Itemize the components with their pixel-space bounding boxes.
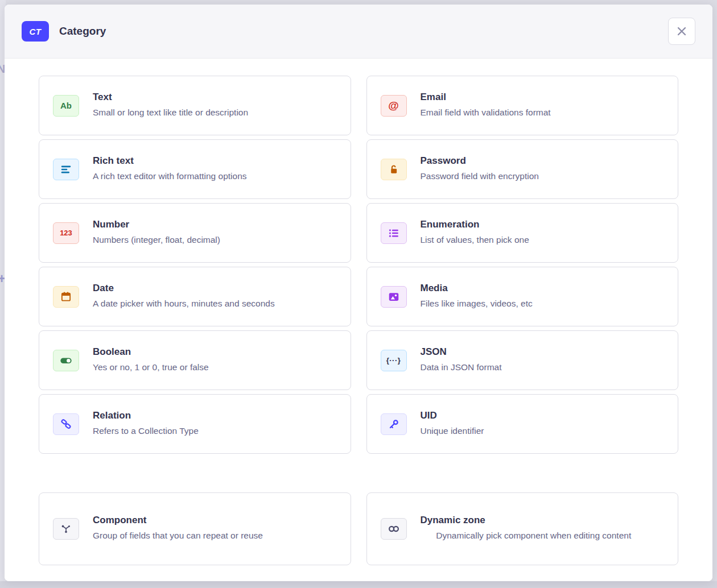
card-title: Component [93, 515, 337, 526]
card-description: List of values, then pick one [421, 233, 665, 247]
card-title: Enumeration [421, 219, 665, 230]
field-card-relation[interactable]: Relation Refers to a Collection Type [39, 394, 351, 454]
relation-icon [53, 413, 79, 435]
field-card-number[interactable]: 123 Number Numbers (integer, float, deci… [39, 203, 351, 263]
modal-title: Category [59, 25, 106, 38]
uid-icon [381, 413, 407, 435]
card-description: Files like images, videos, etc [421, 297, 665, 310]
page-background: N + CT Category Ab Text Small or [0, 0, 717, 588]
password-icon [381, 159, 407, 180]
card-description: Unique identifier [421, 424, 665, 438]
card-description: Yes or no, 1 or 0, true or false [93, 361, 337, 374]
card-title: Password [421, 155, 665, 167]
field-card-date[interactable]: Date A date picker with hours, minutes a… [39, 267, 351, 326]
card-description: Small or long text like title or descrip… [93, 106, 337, 119]
field-card-richtext[interactable]: Rich text A rich text editor with format… [39, 139, 351, 199]
card-title: Number [93, 219, 337, 230]
card-title: Dynamic zone [421, 515, 665, 526]
boolean-icon [53, 350, 79, 371]
close-icon [677, 26, 687, 36]
card-title: Text [93, 92, 337, 103]
card-title: Date [93, 283, 337, 294]
field-type-modal: CT Category Ab Text Small or long text l… [5, 5, 712, 581]
field-card-password[interactable]: Password Password field with encryption [366, 139, 679, 199]
card-description: Refers to a Collection Type [93, 424, 337, 438]
card-description: Numbers (integer, float, decimal) [93, 233, 337, 247]
field-card-dynamic-zone[interactable]: Dynamic zone Dynamically pick component … [366, 492, 679, 565]
collection-type-badge: CT [22, 21, 49, 42]
card-description: Email field with validations format [421, 106, 665, 119]
date-icon [53, 286, 79, 308]
field-card-media[interactable]: Media Files like images, videos, etc [366, 267, 679, 326]
email-icon: @ [381, 95, 407, 117]
media-icon [381, 286, 407, 308]
card-title: Boolean [93, 346, 337, 358]
richtext-icon [53, 159, 79, 180]
field-card-boolean[interactable]: Boolean Yes or no, 1 or 0, true or false [39, 330, 351, 390]
field-card-text[interactable]: Ab Text Small or long text like title or… [39, 76, 351, 135]
dynamic-zone-icon [381, 518, 407, 540]
field-card-enumeration[interactable]: Enumeration List of values, then pick on… [366, 203, 679, 263]
card-title: UID [421, 410, 665, 421]
backdrop-bottom-band [0, 581, 717, 588]
component-icon [53, 518, 79, 540]
card-title: Relation [93, 410, 337, 421]
card-description: Data in JSON format [421, 361, 665, 374]
number-icon: 123 [53, 222, 79, 244]
close-button[interactable] [668, 18, 695, 45]
advanced-field-grid: Component Group of fields that you can r… [39, 492, 678, 565]
modal-body: Ab Text Small or long text like title or… [5, 59, 712, 581]
field-card-json[interactable]: {···} JSON Data in JSON format [366, 330, 679, 390]
json-icon: {···} [381, 350, 407, 371]
field-card-email[interactable]: @ Email Email field with validations for… [366, 76, 679, 135]
card-title: Email [421, 92, 665, 103]
card-description: A rich text editor with formatting optio… [93, 169, 337, 183]
card-description: A date picker with hours, minutes and se… [93, 297, 337, 310]
modal-header: CT Category [5, 5, 712, 59]
field-card-uid[interactable]: UID Unique identifier [366, 394, 679, 454]
card-title: JSON [421, 346, 665, 358]
card-title: Rich text [93, 155, 337, 167]
field-card-component[interactable]: Component Group of fields that you can r… [39, 492, 351, 565]
enumeration-icon [381, 222, 407, 244]
text-icon: Ab [53, 95, 79, 117]
card-description: Dynamically pick component when editing … [421, 529, 665, 543]
field-type-grid: Ab Text Small or long text like title or… [39, 76, 678, 454]
card-description: Password field with encryption [421, 169, 665, 183]
card-title: Media [421, 283, 665, 294]
card-description: Group of fields that you can repeat or r… [93, 529, 337, 543]
